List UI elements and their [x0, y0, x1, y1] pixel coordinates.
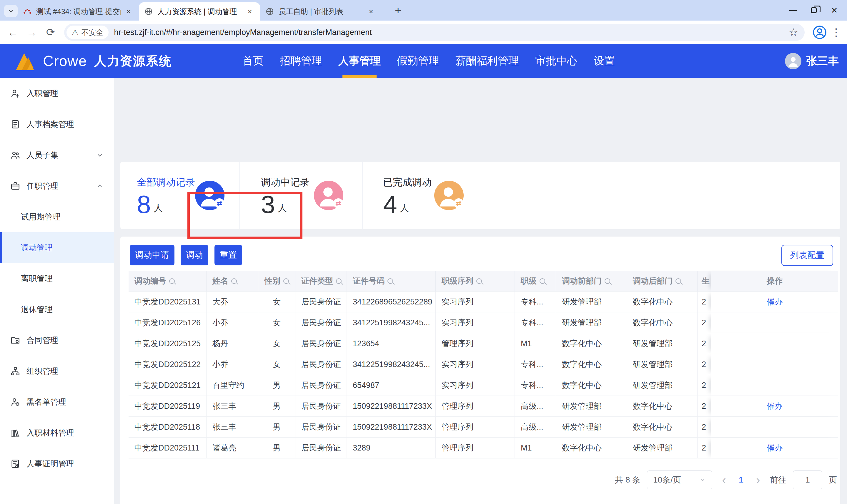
stat-value: 3 — [261, 193, 275, 215]
browser-tab-hr-system[interactable]: 人力资源系统 | 调动管理× — [139, 2, 260, 21]
search-icon[interactable] — [539, 278, 545, 284]
cell-gender: 男 — [258, 396, 295, 417]
goto-page-input[interactable] — [793, 470, 822, 489]
search-icon[interactable] — [387, 278, 393, 284]
sidebar-subitem-probation[interactable]: 试用期管理 — [0, 201, 114, 232]
screen: 测试 #434: 调动管理-提交的调…×人力资源系统 | 调动管理×员工自助 |… — [0, 0, 847, 504]
address-bar[interactable]: ⚠ 不安全 hr-test.zjf-it.cn/#/hr-anagement/e… — [64, 24, 805, 41]
cell-transfer-id: 中竞发DD2025111 — [128, 437, 207, 458]
cell-dept-after: 研发管理部 — [627, 437, 697, 458]
browser-profile-icon[interactable] — [812, 25, 827, 40]
sidebar-item-personnel-files[interactable]: 人事档案管理 — [0, 109, 114, 140]
nav-item-attendance[interactable]: 假勤管理 — [397, 44, 439, 78]
reset-button[interactable]: 重置 — [214, 245, 242, 265]
browser-tab-redmine[interactable]: 测试 #434: 调动管理-提交的调…× — [18, 2, 139, 21]
column-header-transfer-id[interactable]: 调动编号 — [128, 271, 207, 291]
cell-rank: 高级... — [515, 417, 556, 437]
cell-transfer-id: 中竞发DD2025122 — [128, 354, 207, 375]
cell-dept-after: 数字化中心 — [627, 396, 697, 417]
back-button[interactable]: ← — [5, 24, 21, 40]
sidebar-item-onboarding-materials[interactable]: 入职材料管理 — [0, 417, 114, 448]
nav-item-approval-center[interactable]: 审批中心 — [535, 44, 577, 78]
forward-button[interactable]: → — [24, 24, 39, 40]
urge-link[interactable]: 催办 — [767, 401, 782, 411]
user-name: 张三丰 — [806, 54, 839, 69]
tab-close-icon[interactable]: × — [245, 6, 255, 16]
page-size-select[interactable]: 10条/页 — [647, 470, 712, 489]
column-header-dept-after[interactable]: 调动后部门 — [627, 271, 697, 291]
cell-dept-after: 研发管理部 — [627, 375, 697, 396]
cell-rank-series: 实习序列 — [436, 312, 515, 333]
transfer-button[interactable]: 调动 — [180, 245, 208, 265]
column-header-dept-before[interactable]: 调动前部门 — [556, 271, 627, 291]
user-menu[interactable]: 张三丰 — [785, 44, 839, 78]
column-header-rank-series[interactable]: 职级序列 — [436, 271, 515, 291]
table-row: 中竞发DD2025125杨丹女居民身份证123654管理序列M1数字化中心研发管… — [128, 333, 838, 354]
sidebar-subitem-resignation[interactable]: 离职管理 — [0, 263, 114, 294]
sidebar-subitem-transfer[interactable]: 调动管理 — [0, 232, 114, 263]
search-icon[interactable] — [675, 278, 681, 284]
cell-name: 张三丰 — [207, 396, 258, 417]
search-icon[interactable] — [476, 278, 482, 284]
sidebar-item-personnel-subset[interactable]: 人员子集 — [0, 140, 114, 170]
nav-item-home[interactable]: 首页 — [242, 44, 264, 78]
sidebar-item-organization[interactable]: 组织管理 — [0, 356, 114, 386]
new-tab-button[interactable]: + — [391, 3, 405, 17]
window-restore-button[interactable] — [803, 0, 824, 21]
transfer-apply-button[interactable]: 调动申请 — [130, 245, 174, 265]
column-header-id-number[interactable]: 证件号码 — [347, 271, 436, 291]
transfer-person-icon: ⇄ — [434, 181, 464, 210]
cell-dept-before: 数字化中心 — [556, 354, 627, 375]
search-icon[interactable] — [169, 278, 175, 284]
cell-rank: 专科... — [515, 375, 556, 396]
list-config-button[interactable]: 列表配置 — [781, 245, 833, 266]
browser-menu-icon[interactable]: ⋮ — [831, 26, 842, 38]
nav-item-recruitment[interactable]: 招聘管理 — [280, 44, 322, 78]
cell-effective-date: 2 — [697, 417, 711, 437]
cell-rank: 专科... — [515, 291, 556, 312]
column-header-gender[interactable]: 性别 — [258, 271, 295, 291]
security-chip[interactable]: ⚠ 不安全 — [67, 25, 108, 39]
nav-item-compensation[interactable]: 薪酬福利管理 — [455, 44, 519, 78]
sidebar-item-onboarding[interactable]: 入职管理 — [0, 78, 114, 109]
sidebar-item-personnel-certificates[interactable]: 人事证明管理 — [0, 448, 114, 479]
urge-link[interactable]: 催办 — [767, 296, 782, 307]
nav-item-settings[interactable]: 设置 — [594, 44, 615, 78]
stat-unit: 人 — [278, 202, 287, 214]
sidebar-subitem-retirement[interactable]: 退休管理 — [0, 294, 114, 325]
next-page-button[interactable]: › — [753, 473, 763, 487]
search-icon[interactable] — [283, 278, 289, 284]
sidebar-item-blacklist[interactable]: 黑名单管理 — [0, 386, 114, 417]
column-header-name[interactable]: 姓名 — [207, 271, 258, 291]
search-icon[interactable] — [605, 278, 610, 284]
window-minimize-button[interactable] — [783, 0, 803, 21]
column-header-rank[interactable]: 职级 — [515, 271, 556, 291]
search-icon[interactable] — [231, 278, 237, 284]
sidebar-item-contract[interactable]: 合同管理 — [0, 325, 114, 356]
window-close-button[interactable]: × — [824, 0, 845, 21]
cell-dept-before: 研发管理部 — [556, 396, 627, 417]
cell-id-number: 654987 — [347, 375, 436, 396]
prev-page-button[interactable]: ‹ — [719, 473, 729, 487]
column-header-actions: 操作 — [711, 271, 838, 291]
stat-value: 4 — [383, 193, 397, 215]
tab-close-icon[interactable]: × — [124, 6, 134, 16]
stat-completed-transfers: 已完成调动4人⇄ — [363, 162, 484, 229]
current-page[interactable]: 1 — [736, 475, 746, 485]
urge-link[interactable]: 催办 — [767, 443, 782, 453]
bookmark-star-icon[interactable]: ☆ — [789, 26, 798, 38]
browser-tab-self-service[interactable]: 员工自助 | 审批列表× — [260, 2, 381, 21]
sidebar-item-position[interactable]: 任职管理 — [0, 170, 114, 201]
contract-icon — [10, 335, 21, 346]
nav-item-personnel[interactable]: 人事管理 — [338, 44, 381, 78]
column-header-id-type[interactable]: 证件类型 — [295, 271, 347, 291]
reload-button[interactable]: ⟳ — [43, 24, 58, 40]
cell-effective-date: 2 — [697, 354, 711, 375]
cell-gender: 男 — [258, 417, 295, 437]
tab-search-button[interactable] — [4, 5, 18, 17]
page-suffix: 页 — [829, 474, 837, 485]
system-title: 人力资源系统 — [94, 53, 172, 69]
column-header-effective-date[interactable]: 生 — [697, 271, 711, 291]
tab-close-icon[interactable]: × — [366, 6, 376, 16]
search-icon[interactable] — [336, 278, 342, 284]
